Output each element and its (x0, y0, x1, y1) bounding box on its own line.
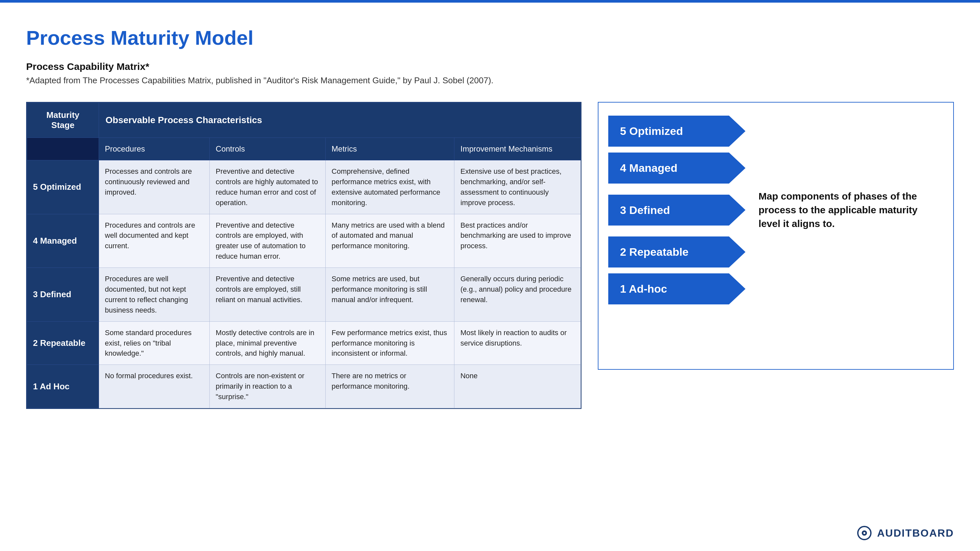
procedures-col-header: Procedures (99, 138, 210, 160)
procedures-cell: Procedures and controls are well documen… (99, 214, 210, 268)
table-row: 5 OptimizedProcesses and controls are co… (27, 160, 581, 214)
table-row: 1 Ad HocNo formal procedures exist.Contr… (27, 365, 581, 408)
improvement-cell: Extensive use of best practices, benchma… (454, 160, 581, 214)
improvement-cell: None (454, 365, 581, 408)
table-row: 2 RepeatableSome standard procedures exi… (27, 321, 581, 365)
metrics-cell: Few performance metrics exist, thus perf… (326, 321, 454, 365)
maturity-stage-header: Maturity Stage (27, 103, 99, 138)
procedures-cell: Some standard procedures exist, relies o… (99, 321, 210, 365)
metrics-cell: There are no metrics or performance moni… (326, 365, 454, 408)
svg-point-2 (863, 532, 865, 534)
metrics-cell: Some metrics are used, but performance m… (326, 268, 454, 322)
arrow-shape-level1: 1 Ad-hoc (608, 273, 745, 305)
arrow-item: 2 Repeatable (608, 237, 943, 267)
metrics-cell: Many metrics are used with a blend of au… (326, 214, 454, 268)
auditboard-logo-text: AUDITBOARD (877, 527, 954, 539)
maturity-stage-cell: 4 Managed (27, 214, 99, 268)
arrow-item: 4 Managed (608, 152, 943, 184)
procedures-cell: No formal procedures exist. (99, 365, 210, 408)
controls-cell: Preventive and detective controls are hi… (210, 160, 326, 214)
arrow-shape-level3: 3 Defined (608, 195, 745, 226)
observable-process-header: Observable Process Characteristics (99, 103, 581, 138)
empty-sub-header (27, 138, 99, 160)
controls-cell: Mostly detective controls are in place, … (210, 321, 326, 365)
logo-container: AUDITBOARD (856, 525, 954, 541)
page-title: Process Maturity Model (26, 26, 954, 49)
arrow-item: 1 Ad-hoc (608, 273, 943, 305)
procedures-cell: Processes and controls are continuously … (99, 160, 210, 214)
main-content: Maturity Stage Observable Process Charac… (26, 102, 954, 409)
improvement-cell: Most likely in reaction to audits or ser… (454, 321, 581, 365)
arrow-shape-level4: 4 Managed (608, 152, 745, 184)
subtitle-bold: Process Capability Matrix* (26, 61, 954, 72)
maturity-stage-cell: 2 Repeatable (27, 321, 99, 365)
maturity-stage-cell: 3 Defined (27, 268, 99, 322)
controls-col-header: Controls (210, 138, 326, 160)
metrics-col-header: Metrics (326, 138, 454, 160)
table-row: 4 ManagedProcedures and controls are wel… (27, 214, 581, 268)
maturity-stage-cell: 5 Optimized (27, 160, 99, 214)
map-components-text: Map components of phases of the process … (759, 189, 922, 230)
table-row: 3 DefinedProcedures are well documented,… (27, 268, 581, 322)
improvement-cell: Generally occurs during periodic (e.g., … (454, 268, 581, 322)
arrow-shape-level2: 2 Repeatable (608, 237, 745, 267)
maturity-stage-cell: 1 Ad Hoc (27, 365, 99, 408)
controls-cell: Preventive and detective controls are em… (210, 268, 326, 322)
arrow-item: 3 DefinedMap components of phases of the… (608, 189, 943, 230)
table-sub-header-row: Procedures Controls Metrics Improvement … (27, 138, 581, 160)
controls-cell: Preventive and detective controls are em… (210, 214, 326, 268)
subtitle-normal: *Adapted from The Processes Capabilities… (26, 75, 954, 86)
right-panel: 5 Optimized4 Managed3 DefinedMap compone… (598, 102, 954, 370)
controls-cell: Controls are non-existent or primarily i… (210, 365, 326, 408)
auditboard-logo-icon (856, 525, 872, 541)
table-container: Maturity Stage Observable Process Charac… (26, 102, 581, 409)
arrow-item: 5 Optimized (608, 116, 943, 147)
arrow-shape-level5: 5 Optimized (608, 116, 745, 147)
improvement-col-header: Improvement Mechanisms (454, 138, 581, 160)
procedures-cell: Procedures are well documented, but not … (99, 268, 210, 322)
metrics-cell: Comprehensive, defined performance metri… (326, 160, 454, 214)
improvement-cell: Best practices and/or benchmarking are u… (454, 214, 581, 268)
table-header-row: Maturity Stage Observable Process Charac… (27, 103, 581, 138)
